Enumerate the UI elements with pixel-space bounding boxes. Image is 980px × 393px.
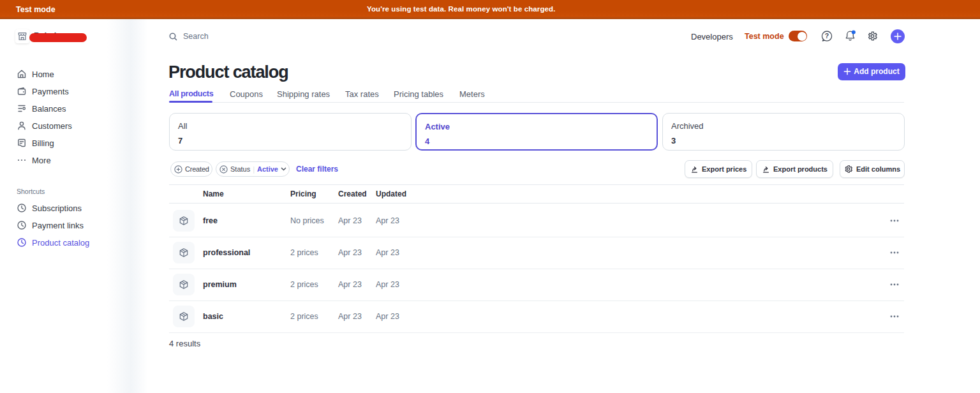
svg-text:?: ? <box>825 32 829 40</box>
